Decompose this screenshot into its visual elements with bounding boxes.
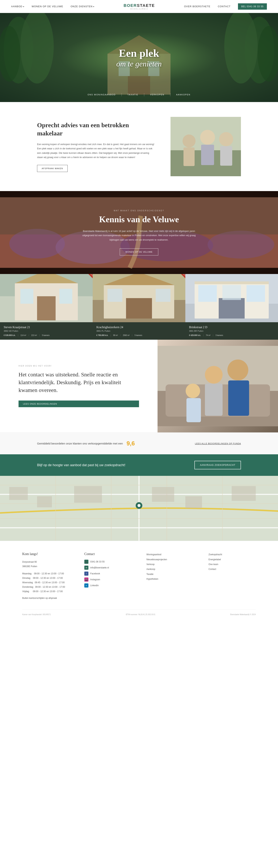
testimonial-section: HIER DOEN WIJ HET VOOR! Het contact was … [0, 340, 278, 432]
property-address-1: Steven Kraaijstraat 21 [4, 326, 89, 329]
footer-nav-taxatie[interactable]: Taxatie [146, 572, 194, 577]
advies-title: Oprecht advies van een betrokken makelaa… [37, 121, 156, 137]
svg-point-15 [200, 130, 215, 145]
nav-item-veluwe[interactable]: WONEN OP DE VELUWE [32, 5, 63, 8]
svg-point-51 [228, 360, 248, 380]
footer-copyright: Boerstaete Makelaardij © 2024 [230, 614, 256, 616]
afspraak-button[interactable]: AFSPRAAK MAKEN [37, 165, 68, 172]
rating-section: Gemiddeld beoordelen onze klanten ons ve… [0, 432, 278, 454]
svg-rect-59 [37, 496, 52, 507]
map-svg [0, 476, 278, 541]
footer-nav-energielabel[interactable]: Energielabel [209, 557, 256, 562]
svg-rect-45 [198, 285, 217, 302]
footer-nav-verkoop[interactable]: Verkoop [146, 562, 194, 567]
footer-col-contact: Contact 📞 0341-36 33 55 ✉ info@boerstaet… [84, 552, 132, 600]
svg-point-65 [138, 504, 140, 507]
property-price-3: € 429.000 k.k. [189, 334, 201, 336]
hero-link-aanbod[interactable]: ONS WONINGAANBOD [88, 93, 116, 96]
footer-col-nav2: Zoekopdracht Energielabel One team Conta… [209, 552, 256, 600]
nav-cta-phone[interactable]: Bel 0341-36 33 55 [238, 3, 267, 10]
svg-rect-10 [128, 76, 150, 95]
footer-hours-mon: Maandag 09:00 - 12:30 en 13:00 - 17:00 [22, 571, 69, 576]
property-card-2[interactable]: VERKOCHT Krachtighuizerkern 24 3881 PL P… [93, 274, 185, 340]
svg-rect-39 [156, 289, 171, 302]
svg-point-55 [186, 384, 200, 398]
rating-link[interactable]: LEES ALLE BEOORDELINGEN OP FUNDA [195, 442, 241, 445]
footer-nav-hypotheken[interactable]: Hypotheken [146, 577, 194, 581]
nav-item-diensten[interactable]: ONZE DIENSTEN [71, 5, 94, 8]
footer-nav-aankoop[interactable]: Aankoop [146, 567, 194, 571]
footer-instagram[interactable]: Instagram [90, 578, 100, 581]
property-city-1: 3882 HD Putten [4, 330, 89, 332]
property-lot-2: 2560 m² [123, 334, 130, 336]
svg-rect-32 [59, 289, 72, 304]
svg-rect-38 [107, 289, 122, 302]
footer-nav-woningaanbod[interactable]: Woningaanbod [146, 552, 194, 557]
kennis-overline: WAT MAAKT ONS ONDERSCHEIDEND? [56, 210, 222, 212]
beoordelingen-button[interactable]: LEES ONZE BEOORDELINGEN [19, 401, 139, 407]
footer-nav-contact[interactable]: Contact [209, 567, 256, 571]
email-icon: ✉ [84, 566, 89, 570]
advies-text-block: Oprecht advies van een betrokken makelaa… [37, 121, 156, 172]
nav-left: AANBOD WONEN OP DE VELUWE ONZE DIENSTEN [11, 5, 94, 8]
svg-rect-60 [74, 486, 102, 503]
footer-nav-zoekopdracht[interactable]: Zoekopdracht [209, 552, 256, 557]
footer-nav-oneteam[interactable]: One team [209, 562, 256, 567]
property-meta-1: € 539.000 k.k. | 114 m² / 213 m² | 5 kam… [4, 334, 89, 336]
property-address-2: Krachtighuizerkern 24 [96, 326, 182, 329]
cta-banner-button[interactable]: AANVRAAG ZOEKOPDRACHT [195, 461, 241, 469]
hero-link-verkopen[interactable]: VERKOPEN [150, 93, 164, 96]
property-card-1[interactable]: VERKOCHT Steven Kraaijstraat 21 3882 HD … [0, 274, 93, 340]
nav-item-over[interactable]: OVER BOERSTAETE [184, 5, 210, 8]
property-image-3 [185, 274, 278, 322]
svg-rect-14 [183, 148, 195, 166]
kennis-section: WAT MAAKT ONS ONDERSCHEIDEND? Kennis van… [0, 191, 278, 274]
svg-rect-61 [152, 487, 174, 502]
footer-nav-list-2: Zoekopdracht Energielabel One team Conta… [209, 552, 256, 572]
footer-email[interactable]: info@boerstaete.nl [90, 566, 109, 569]
property-image-2: VERKOCHT [93, 274, 185, 322]
footer-nav-nieuwbouw[interactable]: Nieuwbouwprojecten [146, 557, 194, 562]
footer-top: Kom langs! Dorpsstraat 90 3881BE Putten … [22, 552, 256, 600]
property-rooms-1: 5 kamers [42, 334, 49, 336]
property-address-3: Brinkstraat 2 D [189, 326, 274, 329]
footer-phone[interactable]: 0341-36 33 55 [90, 560, 105, 563]
svg-rect-43 [195, 281, 269, 284]
hero-link-taxatie[interactable]: TAXATIE [128, 93, 138, 96]
hero-link-aankopen[interactable]: AANKOPEN [176, 93, 190, 96]
footer-hours-fri: Vrijdag 09:00 - 12:30 en 13:00 - 17:00 [22, 589, 69, 594]
hero-sep-1: | [121, 93, 122, 96]
nav-logo: BOERSTAETE MAKELAARDIJ [124, 3, 155, 10]
logo-text: BOERSTAETE [124, 3, 155, 8]
team-photo-svg [171, 117, 241, 176]
advies-body: Een woning kopen of verkopen brengt emot… [37, 142, 156, 159]
svg-rect-37 [126, 298, 152, 318]
property-lot-1: 213 m² [31, 334, 37, 336]
property-price-1: € 539.000 k.k. [4, 334, 15, 336]
family-photo-svg [158, 340, 278, 432]
property-city-3: 3881 BR Putten [189, 330, 274, 332]
footer-kvk: Kamer van Koophandel: 08149571 [22, 614, 51, 616]
property-info-3: Brinkstraat 2 D 3881 BR Putten € 429.000… [185, 322, 278, 340]
hero-text: Een plek om te genieten [116, 47, 162, 68]
facebook-icon: f [84, 571, 89, 576]
footer-linkedin[interactable]: LinkedIn [90, 584, 99, 587]
rating-text: Gemiddeld beoordelen onze klanten ons ve… [37, 442, 123, 445]
hero-links: ONS WONINGAANBOD | TAXATIE | VERKOPEN | … [88, 93, 190, 96]
footer-col-nav1: Woningaanbod Nieuwbouwprojecten Verkoop … [146, 552, 194, 600]
veluwe-button[interactable]: WONEN OP DE VELUWE [120, 248, 159, 255]
property-rooms-3: 3 kamers [215, 334, 223, 336]
property-card-3[interactable]: Brinkstraat 2 D 3881 BR Putten € 429.000… [185, 274, 278, 340]
property-rooms-2: 5 kamers [135, 334, 142, 336]
testimonial-text-block: HIER DOEN WIJ HET VOOR! Het contact was … [0, 340, 158, 432]
nav-item-contact[interactable]: CONTACT [218, 5, 231, 8]
footer-phone-item: 📞 0341-36 33 55 [84, 560, 132, 564]
footer-facebook[interactable]: Facebook [90, 572, 100, 575]
footer-contact-title: Contact [84, 552, 132, 556]
footer-linkedin-item: in LinkedIn [84, 583, 132, 588]
svg-rect-62 [185, 496, 202, 508]
property-info-1: Steven Kraaijstraat 21 3882 HD Putten € … [0, 322, 93, 340]
property-image-1: VERKOCHT [0, 274, 93, 322]
nav-item-aanbod[interactable]: AANBOD [11, 5, 24, 8]
kennis-body: Boerstaete Makelaardij is al ruim 16 jaa… [79, 229, 199, 242]
